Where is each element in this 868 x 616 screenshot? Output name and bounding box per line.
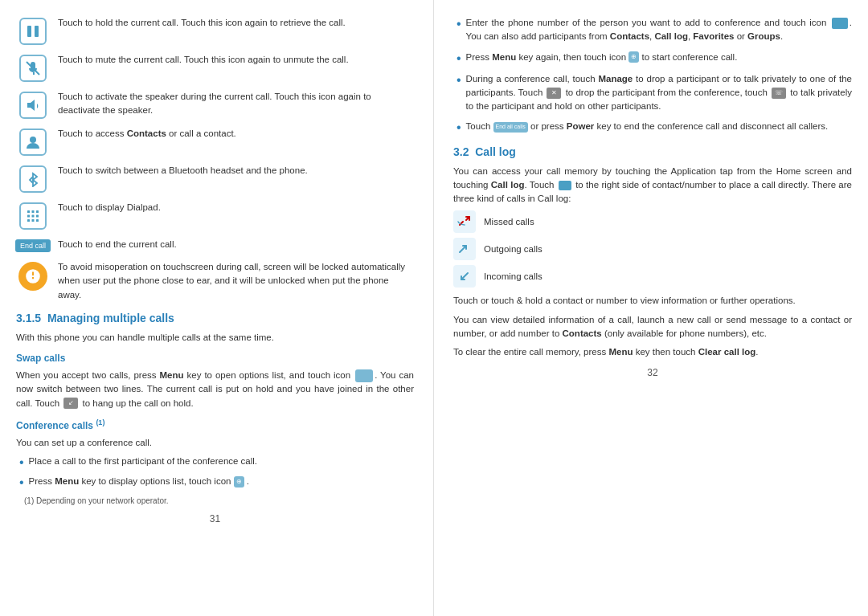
incoming-calls-label: Incoming calls bbox=[484, 271, 542, 281]
hang-up-icon: ↙ bbox=[63, 398, 78, 409]
end-all-calls-icon: End all calls bbox=[493, 122, 528, 133]
conference-intro: You can set up a conference call. bbox=[16, 436, 414, 450]
bluetooth-text: Touch to switch between a Bluetooth head… bbox=[58, 164, 414, 177]
bullet-2: • Press Menu key to display options list… bbox=[16, 475, 414, 490]
endcall-icon-cell: End call bbox=[16, 239, 50, 252]
section-315-intro: With this phone you can handle multiple … bbox=[16, 331, 414, 345]
outgoing-calls-label: Outgoing calls bbox=[484, 244, 542, 254]
switch-calls-icon bbox=[355, 369, 373, 382]
svg-rect-7 bbox=[27, 215, 30, 218]
svg-rect-8 bbox=[32, 215, 35, 218]
view-detail-text: You can view detailed information of a c… bbox=[453, 313, 852, 341]
incoming-calls-row: Incoming calls bbox=[453, 265, 852, 288]
bluetooth-icon-cell bbox=[16, 165, 50, 193]
call-log-intro: You can access your call memory by touch… bbox=[453, 165, 852, 206]
mute-icon-cell bbox=[16, 55, 50, 82]
icon-row-contacts: Touch to access Contacts or call a conta… bbox=[16, 127, 414, 156]
bullet-dot-r2: • bbox=[457, 51, 461, 66]
merge-calls-icon: ⊕ bbox=[234, 476, 244, 487]
speaker-icon-cell bbox=[16, 92, 50, 119]
outgoing-calls-icon bbox=[453, 238, 476, 260]
call-right-icon bbox=[559, 181, 571, 190]
bullet-text-r4: Touch End all calls or press Power key t… bbox=[466, 120, 852, 133]
bullet-text-1: Place a call to the first participant of… bbox=[29, 455, 414, 468]
page: Touch to hold the current call. Touch th… bbox=[0, 0, 868, 616]
svg-rect-9 bbox=[36, 215, 39, 218]
conference-calls-label: Conference calls (1) bbox=[16, 418, 414, 431]
conference-footnote-ref: (1) bbox=[96, 418, 104, 426]
private-call-icon: ☏ bbox=[772, 88, 786, 99]
svg-rect-5 bbox=[32, 210, 35, 213]
bullet-dot-2: • bbox=[19, 475, 24, 490]
contacts-icon bbox=[19, 129, 47, 156]
bullet-dot-r1: • bbox=[457, 16, 461, 31]
svg-rect-13 bbox=[453, 210, 476, 233]
icon-row-speaker: Touch to activate the speaker during the… bbox=[16, 90, 414, 119]
svg-rect-10 bbox=[27, 219, 30, 222]
pause-icon bbox=[19, 18, 47, 45]
bullet-r4: • Touch End all calls or press Power key… bbox=[453, 120, 852, 135]
bullet-text-r1: Enter the phone number of the person you… bbox=[466, 16, 852, 44]
bullet-text-r3: During a conference call, touch Manage t… bbox=[466, 72, 852, 114]
missed-calls-icon bbox=[453, 210, 476, 233]
outgoing-calls-row: Outgoing calls bbox=[453, 238, 852, 260]
icon-row-pause: Touch to hold the current call. Touch th… bbox=[16, 16, 414, 45]
icon-row-dialpad: Touch to display Dialpad. bbox=[16, 201, 414, 230]
svg-rect-6 bbox=[36, 210, 39, 213]
add-call-icon bbox=[832, 18, 848, 29]
endcall-text: Touch to end the current call. bbox=[58, 238, 414, 251]
drop-participant-icon: ✕ bbox=[547, 88, 561, 99]
icon-row-bluetooth: Touch to switch between a Bluetooth head… bbox=[16, 164, 414, 193]
missed-calls-row: Missed calls bbox=[453, 210, 852, 233]
bullet-1: • Place a call to the first participant … bbox=[16, 455, 414, 470]
svg-rect-14 bbox=[453, 238, 476, 260]
svg-rect-11 bbox=[32, 219, 35, 222]
footnote: (1) Depending on your network operator. bbox=[16, 496, 414, 505]
incoming-calls-icon bbox=[453, 265, 476, 288]
bluetooth-icon bbox=[19, 165, 47, 193]
section-315-title: 3.1.5 Managing multiple calls bbox=[16, 312, 414, 324]
bullet-r3: • During a conference call, touch Manage… bbox=[453, 72, 852, 114]
contacts-text: Touch to access Contacts or call a conta… bbox=[58, 127, 414, 141]
svg-rect-1 bbox=[35, 26, 39, 37]
bullet-text-2: Press Menu key to display options list, … bbox=[29, 475, 414, 488]
swap-calls-label: Swap calls bbox=[16, 353, 414, 364]
left-page-number: 31 bbox=[16, 513, 414, 524]
bullet-text-r2: Press Menu key again, then touch icon ⊕ … bbox=[466, 51, 852, 64]
bullet-dot-r3: • bbox=[457, 72, 461, 88]
svg-point-3 bbox=[30, 137, 36, 143]
bullet-r2: • Press Menu key again, then touch icon … bbox=[453, 51, 852, 66]
bullet-dot-r4: • bbox=[457, 120, 461, 135]
svg-rect-0 bbox=[27, 26, 31, 37]
proximity-warning-icon bbox=[18, 262, 47, 291]
pause-icon-cell bbox=[16, 18, 50, 45]
clear-log-text: To clear the entire call memory, press M… bbox=[453, 345, 852, 359]
section-32-title: 3.2 Call log bbox=[453, 145, 852, 158]
swap-calls-text: When you accept two calls, press Menu ke… bbox=[16, 369, 414, 410]
warning-icon-cell bbox=[16, 262, 50, 291]
touch-hold-text: Touch or touch & hold a contact or numbe… bbox=[453, 294, 852, 308]
icon-row-endcall: End call Touch to end the current call. bbox=[16, 238, 414, 252]
icon-row-warning: To avoid misoperation on touchscreen dur… bbox=[16, 260, 414, 302]
contacts-icon-cell bbox=[16, 129, 50, 156]
speaker-icon bbox=[19, 92, 47, 119]
left-column: Touch to hold the current call. Touch th… bbox=[0, 0, 434, 616]
right-column: • Enter the phone number of the person y… bbox=[434, 0, 868, 616]
missed-calls-label: Missed calls bbox=[484, 217, 534, 226]
icon-row-mute: Touch to mute the current call. Touch th… bbox=[16, 53, 414, 82]
mute-icon bbox=[19, 55, 47, 82]
bullet-r1: • Enter the phone number of the person y… bbox=[453, 16, 852, 44]
svg-rect-4 bbox=[27, 210, 30, 213]
bullet-dot-1: • bbox=[19, 455, 24, 470]
end-call-button-icon: End call bbox=[15, 239, 51, 252]
dialpad-icon bbox=[19, 202, 47, 230]
dialpad-icon-cell bbox=[16, 202, 50, 230]
pause-text: Touch to hold the current call. Touch th… bbox=[58, 16, 414, 30]
warning-text: To avoid misoperation on touchscreen dur… bbox=[58, 260, 414, 302]
dialpad-text: Touch to display Dialpad. bbox=[58, 201, 414, 214]
mute-text: Touch to mute the current call. Touch th… bbox=[58, 53, 414, 67]
speaker-text: Touch to activate the speaker during the… bbox=[58, 90, 414, 118]
svg-rect-12 bbox=[36, 219, 39, 222]
merge-call-icon-r2: ⊕ bbox=[628, 51, 639, 63]
right-page-number: 32 bbox=[453, 367, 852, 378]
